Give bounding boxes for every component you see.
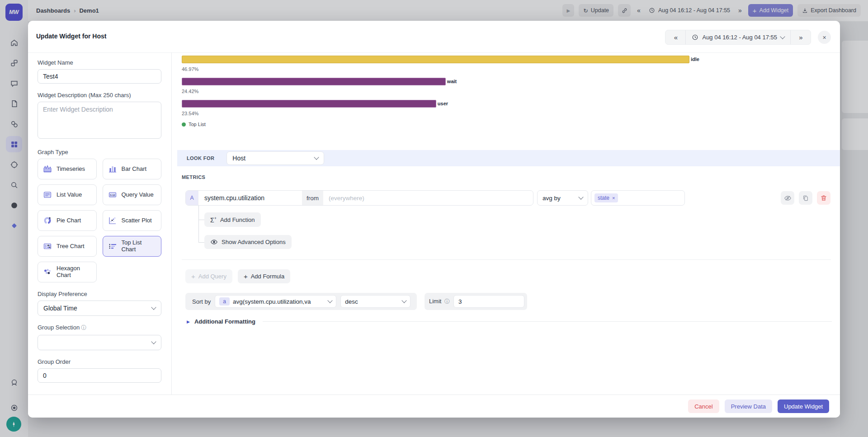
widget-settings-panel: Widget Name Widget Description (Max 250 … — [28, 52, 172, 395]
time-range-dropdown[interactable]: Aug 04 16:12 - Aug 04 17:55 — [685, 30, 790, 44]
bar-row: user — [182, 99, 835, 108]
timeseries-icon — [42, 164, 52, 174]
chevron-down-icon — [151, 339, 156, 344]
modal-header: Update Widget for Host « Aug 04 16:12 - … — [28, 21, 840, 53]
group-order-label: Group Order — [38, 358, 161, 365]
sort-by-group: Sort by a avg(system.cpu.utilization,va … — [185, 293, 417, 310]
info-icon: ⓘ — [81, 324, 86, 331]
show-advanced-options-button[interactable]: Show Advanced Options — [204, 235, 292, 249]
graph-type-hexagon-chart[interactable]: Hexagon Chart — [38, 262, 97, 282]
hide-query-button[interactable] — [781, 191, 794, 205]
eye-slash-icon — [784, 194, 792, 202]
graph-type-label: Timeseries — [57, 166, 85, 173]
bar-user — [182, 100, 436, 108]
bar-category-label: idle — [691, 56, 699, 62]
cancel-button[interactable]: Cancel — [688, 399, 719, 413]
graph-type-timeseries[interactable]: Timeseries — [38, 159, 97, 179]
add-function-button[interactable]: Σ+ Add Function — [204, 212, 261, 227]
eye-icon — [210, 238, 218, 246]
graph-type-tree-chart[interactable]: Tree Chart — [38, 236, 97, 257]
modal-title: Update Widget for Host — [36, 33, 106, 40]
bar-category-label: wait — [447, 79, 457, 84]
section-divider — [182, 259, 831, 260]
bar-row: wait — [182, 77, 835, 85]
legend-item[interactable]: Top List — [182, 122, 206, 127]
widget-description-label: Widget Description (Max 250 chars) — [38, 92, 161, 99]
widget-name-input[interactable] — [38, 69, 161, 84]
sort-by-label: Sort by — [192, 298, 211, 305]
close-icon[interactable]: × — [818, 31, 831, 44]
sort-row: Sort by a avg(system.cpu.utilization,va … — [185, 293, 527, 310]
bar-value-label: 46.97% — [182, 66, 835, 72]
metric-query-group: A system.cpu.utilization from (everywher… — [185, 190, 533, 206]
info-icon: ⓘ — [444, 298, 450, 305]
bar-idle — [182, 56, 689, 63]
graph-type-label: Query Value — [122, 192, 154, 198]
modal-footer: Cancel Preview Data Update Widget — [28, 395, 840, 418]
svg-text:5.12: 5.12 — [110, 194, 115, 197]
display-preference-select[interactable]: Global Time — [38, 301, 161, 316]
modal-time-range-group: « Aug 04 16:12 - Aug 04 17:55 » — [665, 30, 811, 45]
top-list-chart-icon — [108, 241, 118, 251]
chevron-down-icon — [328, 298, 333, 303]
aggregation-select[interactable]: avg by — [537, 190, 588, 206]
list-value-icon — [42, 190, 52, 200]
limit-input[interactable] — [453, 295, 524, 308]
additional-formatting-toggle[interactable]: ▶ Additional Formatting — [187, 318, 832, 325]
scatter-plot-icon — [108, 216, 118, 226]
graph-type-pie-chart[interactable]: Pie Chart — [38, 210, 97, 231]
time-back-button[interactable]: « — [665, 30, 685, 44]
formula-badge: a — [219, 297, 230, 305]
bar-wait — [182, 78, 446, 85]
duplicate-query-button[interactable] — [799, 191, 812, 205]
graph-type-scatter-plot[interactable]: Scatter Plot — [103, 210, 162, 231]
sort-direction-select[interactable]: desc — [340, 295, 410, 308]
graph-type-list-value[interactable]: List Value — [38, 184, 97, 205]
add-formula-button[interactable]: + Add Formula — [238, 269, 290, 283]
from-filter-field[interactable]: (everywhere) — [323, 191, 533, 205]
bar-chart-icon — [108, 164, 118, 174]
widget-description-input[interactable] — [38, 102, 161, 139]
expand-arrow-icon: ▶ — [187, 320, 190, 324]
graph-type-label: Graph Type — [38, 149, 161, 155]
chart-legend: Top List — [182, 122, 835, 127]
add-query-button[interactable]: + Add Query — [185, 269, 232, 283]
graph-type-label: Top List Chart — [122, 240, 157, 253]
sort-field-select[interactable]: a avg(system.cpu.utilization,va — [215, 295, 336, 308]
clock-icon — [692, 34, 698, 41]
chevron-down-icon — [151, 305, 156, 310]
preview-data-button[interactable]: Preview Data — [725, 399, 772, 413]
time-forward-button[interactable]: » — [790, 30, 811, 44]
plus-icon: + — [191, 273, 195, 280]
graph-type-label: Tree Chart — [57, 243, 85, 250]
group-selection-select[interactable] — [38, 335, 161, 350]
metric-name-field[interactable]: system.cpu.utilization — [198, 191, 302, 205]
legend-dot — [182, 122, 186, 127]
display-preference-label: Display Preference — [38, 291, 161, 297]
graph-type-query-value[interactable]: 5.12Query Value — [103, 184, 162, 205]
group-order-input[interactable] — [38, 368, 161, 383]
tree-chart-icon — [42, 241, 52, 251]
look-for-label: LOOK FOR — [187, 155, 214, 161]
bar-value-label: 24.42% — [182, 89, 835, 94]
pie-chart-icon — [42, 216, 52, 226]
graph-type-bar-chart[interactable]: Bar Chart — [103, 159, 162, 179]
query-letter-badge[interactable]: A — [186, 191, 198, 205]
chevron-down-icon — [780, 34, 785, 39]
look-for-select[interactable]: Host — [226, 151, 324, 165]
remove-tag-icon[interactable]: × — [612, 195, 615, 201]
group-by-field[interactable]: state × — [591, 190, 685, 206]
from-label: from — [302, 191, 323, 205]
delete-query-button[interactable] — [817, 191, 830, 205]
limit-label: Limit ⓘ — [429, 298, 450, 305]
graph-type-top-list-chart[interactable]: Top List Chart — [103, 236, 162, 257]
update-widget-button[interactable]: Update Widget — [778, 399, 829, 413]
query-value-icon: 5.12 — [108, 190, 118, 200]
top-list-chart: idle46.97%wait24.42%user23.54% Top List — [182, 55, 835, 127]
metric-query-row: A system.cpu.utilization from (everywher… — [185, 190, 830, 206]
plus-icon: + — [244, 273, 248, 280]
group-by-tag[interactable]: state × — [594, 193, 618, 202]
bar-category-label: user — [438, 101, 448, 106]
query-panel: idle46.97%wait24.42%user23.54% Top List … — [172, 52, 840, 395]
graph-type-label: List Value — [57, 192, 82, 198]
